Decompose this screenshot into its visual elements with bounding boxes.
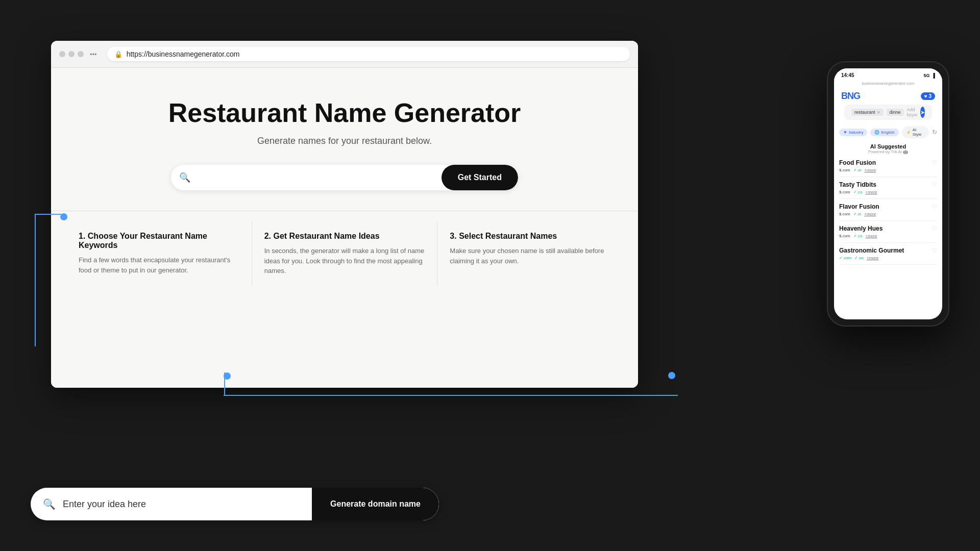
domain-com-tasty-tidbits: $.com (839, 190, 850, 194)
bng-logo: BNG (841, 91, 860, 102)
favorite-gastronomic-gourmet[interactable]: ♡ (932, 247, 937, 254)
name-list: Food Fusion ♡ $.com ✓.io +more Tasty Tid… (834, 155, 942, 319)
name-item-tasty-tidbits: Tasty Tidbits ♡ $.com ✓.co +more (839, 177, 937, 199)
browser-menu-dots: ••• (90, 51, 97, 58)
step-1-title: 1. Choose Your Restaurant Name Keywords (79, 232, 239, 250)
favorite-heavenly-hues[interactable]: ♡ (932, 225, 937, 232)
main-search-input[interactable] (199, 165, 442, 190)
domain-com-flavor-fusion: $.com (839, 212, 850, 216)
phone-status-bar: 14:45 5G ▐ (834, 68, 942, 80)
phone-url-bar: businessnamegenerator.com (834, 80, 942, 88)
name-item-gastronomic-gourmet: Gastronomic Gourmet ♡ ✓.com ✓.co +more (839, 243, 937, 265)
domain-tags-heavenly-hues: $.com ✓.co +more (839, 234, 937, 238)
language-filter[interactable]: 🌐 English (870, 129, 898, 136)
phone-url-text: businessnamegenerator.com (862, 81, 915, 86)
callout-dot-search (60, 213, 67, 220)
step-3-title: 3. Select Restaurant Names (450, 232, 610, 241)
generate-domain-button[interactable]: Generate domain name (312, 488, 439, 520)
step-2-card: 2. Get Restaurant Name Ideas In seconds,… (252, 221, 438, 286)
phone-tag-restaurant[interactable]: restaurant ✕ (851, 109, 884, 116)
phone-screen: 14:45 5G ▐ businessnamegenerator.com BNG… (834, 68, 942, 319)
bottom-input-placeholder: Enter your idea here (63, 499, 146, 510)
phone-signal: 5G (924, 73, 930, 78)
dot-3 (78, 51, 84, 57)
website-content: Restaurant Name Generator Generate names… (51, 68, 638, 388)
phone-keyword-input[interactable]: Add keyw (907, 107, 918, 117)
industry-filter[interactable]: ▼ Industry (839, 129, 867, 136)
dot-1 (59, 51, 65, 57)
phone-filters: ▼ Industry 🌐 English ⚡ AI Style ↻ (834, 123, 942, 141)
phone-tag-dinne[interactable]: dinne (887, 109, 904, 116)
browser-frame: ••• 🔒 https://businessnamegenerator.com … (51, 41, 638, 388)
browser-dots (59, 51, 84, 57)
callout-line-h1 (35, 214, 61, 215)
domain-tags-tasty-tidbits: $.com ✓.co +more (839, 190, 937, 194)
callout-line-v1 (35, 214, 36, 346)
get-started-button[interactable]: Get Started (442, 165, 518, 190)
browser-url-bar[interactable]: 🔒 https://businessnamegenerator.com (107, 47, 630, 61)
search-icon: 🔍 (171, 165, 199, 190)
domain-tags-food-fusion: $.com ✓.io +more (839, 168, 937, 172)
hero-section: Restaurant Name Generator Generate names… (51, 68, 638, 211)
ai-suggested-title: AI Suggested (834, 143, 942, 149)
domain-tags-flavor-fusion: $.com ✓.io +more (839, 212, 937, 216)
phone-search-row[interactable]: restaurant ✕ dinne Add keyw ➤ (844, 105, 932, 120)
name-item-food-fusion: Food Fusion ♡ $.com ✓.io +more (839, 155, 937, 177)
steps-section: 1. Choose Your Restaurant Name Keywords … (51, 211, 638, 296)
ai-suggested-sub: Powered by TIA AI 🤖 (834, 149, 942, 154)
more-food-fusion[interactable]: +more (864, 168, 876, 172)
domain-com-heavenly-hues: $.com (839, 234, 850, 238)
phone-app-header: BNG ♥ 3 (834, 88, 942, 105)
phone-time: 14:45 (841, 72, 854, 78)
callout-dot-bottom (224, 372, 231, 380)
more-gastronomic-gourmet[interactable]: +more (867, 256, 878, 260)
bottom-search-bar: 🔍 Enter your idea here Generate domain n… (31, 488, 439, 520)
step-2-title: 2. Get Restaurant Name Ideas (264, 232, 425, 241)
bottom-search-icon: 🔍 (43, 498, 56, 510)
phone-battery: ▐ (932, 73, 935, 78)
name-label-tasty-tidbits: Tasty Tidbits (839, 181, 876, 188)
domain-tags-gastronomic-gourmet: ✓.com ✓.co +more (839, 256, 937, 260)
step-1-card: 1. Choose Your Restaurant Name Keywords … (66, 221, 252, 286)
phone-status-right: 5G ▐ (924, 73, 935, 78)
refresh-button[interactable]: ↻ (932, 129, 937, 136)
url-text: https://businessnamegenerator.com (127, 50, 240, 58)
step-3-card: 3. Select Restaurant Names Make sure you… (437, 221, 623, 286)
more-heavenly-hues[interactable]: +more (865, 234, 877, 238)
domain-com-gastronomic-gourmet: ✓.com (839, 256, 851, 260)
domain-com-food-fusion: $.com (839, 168, 850, 172)
phone-mockup: 14:45 5G ▐ businessnamegenerator.com BNG… (827, 61, 949, 327)
domain-io-food-fusion: ✓.io (853, 168, 861, 172)
favorite-food-fusion[interactable]: ♡ (932, 159, 937, 166)
ai-style-filter[interactable]: ⚡ AI Style (902, 126, 929, 138)
dot-2 (68, 51, 75, 57)
step-1-desc: Find a few words that encapsulate your r… (79, 255, 239, 275)
more-tasty-tidbits[interactable]: +more (865, 190, 877, 194)
name-label-food-fusion: Food Fusion (839, 159, 876, 166)
remove-restaurant-tag[interactable]: ✕ (877, 110, 880, 115)
name-item-heavenly-hues: Heavenly Hues ♡ $.com ✓.co +more (839, 221, 937, 243)
more-flavor-fusion[interactable]: +more (864, 212, 876, 216)
hero-subtitle: Generate names for your restaurant below… (71, 136, 618, 146)
phone-search-button[interactable]: ➤ (920, 107, 925, 118)
name-label-heavenly-hues: Heavenly Hues (839, 225, 883, 232)
domain-io-flavor-fusion: ✓.io (853, 212, 861, 216)
phone-search-container: restaurant ✕ dinne Add keyw ➤ (834, 105, 942, 123)
name-item-flavor-fusion: Flavor Fusion ♡ $.com ✓.io +more (839, 199, 937, 221)
hero-title: Restaurant Name Generator (71, 98, 618, 128)
favorite-flavor-fusion[interactable]: ♡ (932, 203, 937, 210)
name-label-flavor-fusion: Flavor Fusion (839, 203, 879, 210)
domain-co-heavenly-hues: ✓.co (853, 234, 863, 238)
phone-heart-badge[interactable]: ♥ 3 (921, 92, 935, 100)
name-label-gastronomic-gourmet: Gastronomic Gourmet (839, 247, 904, 254)
ai-suggested-header: AI Suggested Powered by TIA AI 🤖 (834, 141, 942, 155)
callout-dot-phone (668, 372, 675, 379)
callout-line-h2 (224, 395, 678, 396)
favorite-tasty-tidbits[interactable]: ♡ (932, 181, 937, 188)
domain-co-gastronomic-gourmet: ✓.co (854, 256, 864, 260)
step-3-desc: Make sure your chosen name is still avai… (450, 246, 610, 266)
bottom-input-area[interactable]: 🔍 Enter your idea here (31, 488, 312, 520)
domain-co-tasty-tidbits: ✓.co (853, 190, 863, 194)
step-2-desc: In seconds, the generator will make a lo… (264, 246, 425, 276)
lock-icon: 🔒 (114, 51, 122, 58)
